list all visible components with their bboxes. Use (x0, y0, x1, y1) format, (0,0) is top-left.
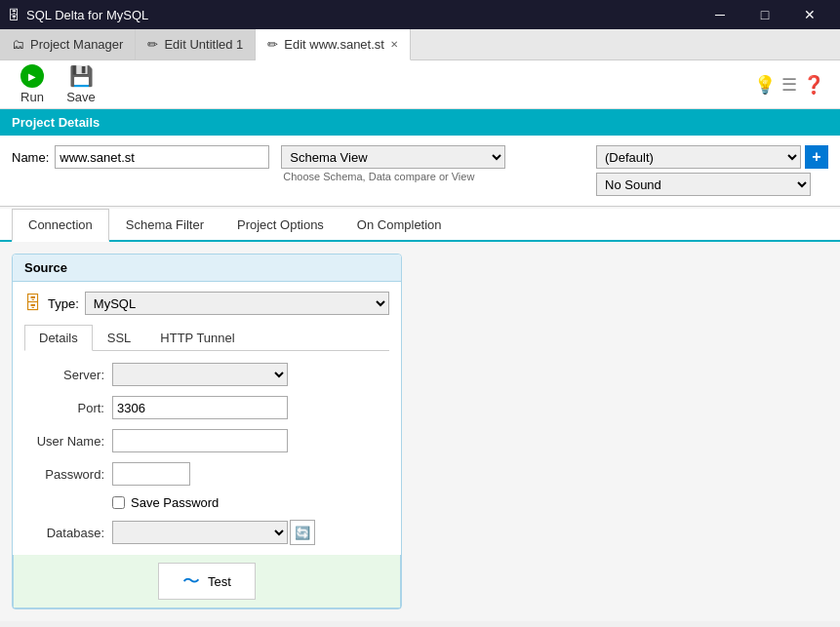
header-icons: 💡 ☰ ❓ (754, 74, 832, 96)
default-row: (Default) + (596, 145, 828, 169)
source-body: 🗄 Type: MySQL PostgreSQL SQLite Details … (13, 282, 401, 555)
main-content: Project Details Name: Schema View Data C… (0, 109, 840, 621)
tab-edit-www-sanet-st[interactable]: ✏ Edit www.sanet.st ✕ (256, 29, 411, 60)
schema-view-section: Schema View Data Compare View Choose Sch… (281, 145, 584, 182)
source-header: Source (13, 255, 401, 282)
main-tab-bar: 🗂 Project Manager ✏ Edit Untitled 1 ✏ Ed… (0, 29, 840, 60)
schema-hint: Choose Schema, Data compare or View (281, 171, 584, 182)
tab-icon: ✏ (147, 37, 158, 52)
tab-close-icon[interactable]: ✕ (390, 39, 398, 50)
database-select[interactable] (112, 521, 288, 544)
menu-icon[interactable]: ☰ (781, 74, 797, 96)
project-details-body: Name: Schema View Data Compare View Choo… (0, 136, 840, 206)
password-input[interactable] (112, 462, 190, 486)
project-details-header: Project Details (0, 109, 840, 136)
run-button[interactable]: ▶ Run (8, 64, 57, 105)
wave-icon: 〜 (182, 569, 200, 593)
tab-project-options[interactable]: Project Options (220, 209, 340, 242)
sub-tab-details[interactable]: Details (24, 325, 93, 351)
test-button[interactable]: 〜 Test (158, 563, 256, 600)
password-label: Password: (24, 467, 112, 482)
test-area: 〜 Test (13, 555, 401, 608)
schema-view-select[interactable]: Schema View Data Compare View (281, 145, 505, 169)
tab-on-completion[interactable]: On Completion (340, 209, 459, 242)
save-button[interactable]: 💾 Save (57, 64, 105, 105)
tab-connection[interactable]: Connection (12, 209, 109, 242)
default-select[interactable]: (Default) (596, 145, 801, 169)
source-box: Source 🗄 Type: MySQL PostgreSQL SQLite D… (12, 254, 402, 609)
refresh-icon: 🔄 (295, 526, 310, 540)
tab-schema-filter[interactable]: Schema Filter (109, 209, 220, 242)
type-label: Type: (48, 296, 79, 311)
inner-tab-bar: Connection Schema Filter Project Options… (0, 209, 840, 242)
username-input[interactable] (112, 429, 288, 452)
run-label: Run (20, 90, 44, 104)
server-field: Server: (24, 363, 389, 386)
save-password-label: Save Password (131, 495, 219, 510)
window-controls: ─ □ ✕ (698, 0, 832, 29)
database-field: Database: 🔄 (24, 520, 389, 545)
type-select[interactable]: MySQL PostgreSQL SQLite (85, 292, 389, 315)
server-select[interactable] (112, 363, 288, 386)
type-row: 🗄 Type: MySQL PostgreSQL SQLite (24, 292, 389, 315)
username-field: User Name: (24, 429, 389, 452)
maximize-button[interactable]: □ (742, 0, 787, 29)
tab-label: Edit Untitled 1 (164, 37, 243, 52)
name-section: Name: (12, 145, 269, 169)
name-input[interactable] (55, 145, 269, 169)
sub-tab-bar: Details SSL HTTP Tunnel (24, 325, 389, 351)
title-bar: 🗄 SQL Delta for MySQL ─ □ ✕ (0, 0, 840, 29)
save-password-row: Save Password (112, 495, 389, 510)
close-button[interactable]: ✕ (787, 0, 832, 29)
tab-edit-untitled-1[interactable]: ✏ Edit Untitled 1 (136, 29, 256, 59)
toolbar: ▶ Run 💾 Save 💡 ☰ ❓ (0, 60, 840, 109)
database-icon: 🗄 (24, 294, 42, 314)
tab-icon: 🗂 (12, 37, 24, 52)
password-field: Password: (24, 462, 389, 486)
refresh-database-button[interactable]: 🔄 (290, 520, 315, 545)
sub-tab-ssl[interactable]: SSL (93, 325, 146, 350)
app-icon: 🗄 (8, 8, 20, 22)
port-input[interactable] (112, 396, 288, 419)
lightbulb-icon[interactable]: 💡 (754, 74, 776, 96)
app-title: SQL Delta for MySQL (26, 8, 148, 22)
help-icon[interactable]: ❓ (803, 74, 824, 96)
save-password-checkbox[interactable] (112, 496, 125, 509)
tab-icon: ✏ (267, 37, 278, 52)
tab-label: Project Manager (30, 37, 123, 52)
minimize-button[interactable]: ─ (698, 0, 742, 29)
run-icon: ▶ (20, 64, 44, 88)
test-label: Test (208, 574, 231, 589)
username-label: User Name: (24, 434, 112, 449)
save-icon: 💾 (69, 64, 94, 88)
right-controls: (Default) + No Sound Beep Chime (596, 145, 828, 196)
tab-label: Edit www.sanet.st (284, 37, 384, 52)
save-label: Save (66, 90, 96, 104)
port-field: Port: (24, 396, 389, 419)
tab-project-manager[interactable]: 🗂 Project Manager (0, 29, 136, 59)
name-label: Name: (12, 150, 49, 165)
sub-tab-http-tunnel[interactable]: HTTP Tunnel (145, 325, 249, 350)
sound-select[interactable]: No Sound Beep Chime (596, 173, 811, 196)
database-label: Database: (24, 526, 112, 540)
project-details-section: Project Details Name: Schema View Data C… (0, 109, 840, 207)
server-label: Server: (24, 368, 112, 382)
add-button[interactable]: + (805, 145, 828, 169)
content-panel: Source 🗄 Type: MySQL PostgreSQL SQLite D… (0, 242, 840, 621)
port-label: Port: (24, 401, 112, 415)
